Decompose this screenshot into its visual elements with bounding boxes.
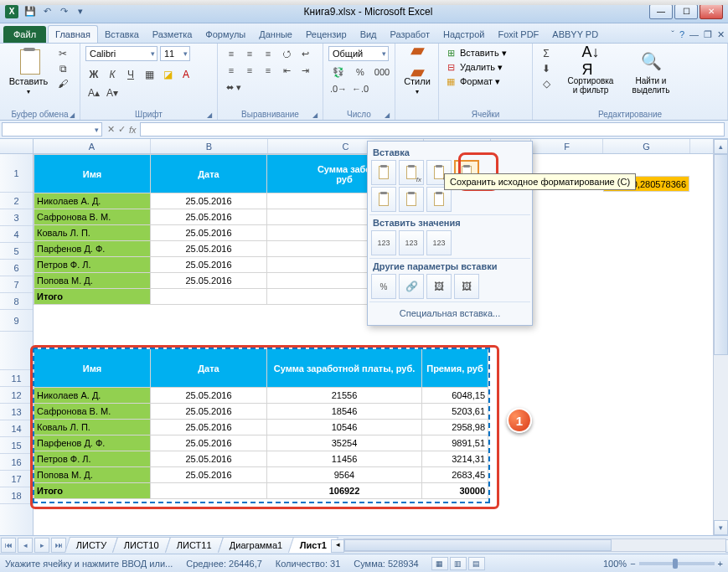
cell-date[interactable]: 25.05.2016 [151,193,267,209]
tab-foxit[interactable]: Foxit PDF [491,26,545,43]
font-color-button[interactable]: A [178,67,194,82]
row-header[interactable]: 1 [0,154,33,193]
sheet-nav-first-icon[interactable]: ⏮ [1,538,16,553]
cell-date[interactable]: 25.05.2016 [151,273,267,289]
row-header[interactable]: 6 [0,260,33,276]
paste-picture-button[interactable]: 🖼 [426,274,452,299]
select-all-corner[interactable] [0,139,34,154]
help-icon[interactable]: ? [679,29,684,40]
format-painter-icon[interactable]: 🖌 [55,76,70,90]
cell-name[interactable]: Петров Ф. Л. [34,257,151,273]
horizontal-scrollbar[interactable] [343,539,726,552]
bold-button[interactable]: Ж [85,67,102,82]
tab-file[interactable]: Файл [3,26,46,43]
cell-bonus[interactable]: 6048,15 [422,388,488,404]
cell-salary[interactable]: 11456 [267,451,422,467]
cell-name[interactable]: Коваль Л. П. [34,225,151,241]
cell-date[interactable]: 25.05.2016 [151,257,267,273]
align-left-icon[interactable]: ≡ [223,63,240,78]
cell-date[interactable]: 25.05.2016 [151,209,267,225]
paste-linked-picture-button[interactable]: 🖼 [454,274,479,299]
maximize-button[interactable]: ☐ [674,4,698,19]
normal-view-icon[interactable]: ▦ [431,557,448,570]
fill-color-button[interactable]: ◪ [159,67,176,82]
clipboard-dialog-launcher[interactable]: ◢ [70,111,75,119]
align-top-icon[interactable]: ≡ [223,46,240,61]
sheet-nav-prev-icon[interactable]: ◂ [18,538,33,553]
italic-button[interactable]: К [104,67,121,82]
qat-redo-icon[interactable]: ↷ [57,5,70,18]
cancel-formula-icon[interactable]: ✕ [107,124,115,135]
paste-no-borders-button[interactable] [371,187,396,212]
row-header[interactable]: 16 [0,454,33,471]
col-header-b[interactable]: B [151,139,268,153]
merge-cells-icon[interactable]: ⬌ ▾ [223,80,245,95]
percent-icon[interactable]: % [350,64,370,80]
alignment-dialog-launcher[interactable]: ◢ [312,111,318,119]
cell-name[interactable]: Сафронова В. М. [34,209,151,225]
clear-icon[interactable]: ◇ [538,76,555,90]
cell[interactable] [151,483,267,499]
row-header[interactable]: 7 [0,276,33,293]
row-header[interactable]: 9 [0,310,33,332]
cell-date[interactable]: 25.05.2016 [151,435,267,451]
currency-icon[interactable]: 💱 [328,64,349,80]
header-date[interactable]: Дата [151,349,267,388]
increase-indent-icon[interactable]: ⇥ [297,63,313,78]
format-cells-button[interactable]: ▦Формат ▾ [444,75,507,88]
cell-name[interactable]: Парфенов Д. Ф. [34,241,151,257]
col-header-a[interactable]: A [34,139,151,153]
decrease-indent-icon[interactable]: ⇤ [278,63,295,78]
cell-date[interactable]: 25.05.2016 [151,467,267,483]
name-box[interactable] [2,122,102,137]
sheet-nav-next-icon[interactable]: ▸ [34,538,49,553]
sheet-tab[interactable]: ЛИСТУ [65,537,119,553]
row-header[interactable]: 14 [0,420,33,437]
row-header[interactable]: 3 [0,209,33,226]
tab-review[interactable]: Рецензир [299,26,354,43]
grow-font-icon[interactable]: A▴ [85,85,102,100]
row-header[interactable]: 13 [0,404,33,420]
fx-icon[interactable]: fx [129,125,137,135]
page-break-view-icon[interactable]: ▤ [468,557,485,570]
row-header[interactable] [0,332,33,370]
minimize-ribbon-icon[interactable]: ˇ [671,29,674,40]
tab-formulas[interactable]: Формулы [199,26,252,43]
tab-data[interactable]: Данные [252,26,299,43]
orientation-icon[interactable]: ⭯ [278,46,295,61]
page-layout-view-icon[interactable]: ▥ [450,557,467,570]
autosum-icon[interactable]: Σ [538,46,555,60]
row-header[interactable]: 15 [0,437,33,454]
header-salary[interactable]: Сумма заработной платы, руб. [267,349,422,388]
cell-date[interactable]: 25.05.2016 [151,420,267,435]
cell-total-salary[interactable]: 106922 [267,483,422,499]
scroll-down-button[interactable]: ▾ [714,520,728,535]
cell-name[interactable]: Сафронова В. М. [34,404,151,420]
cell-name[interactable]: Петров Ф. Л. [34,451,151,467]
scroll-thumb[interactable] [714,154,728,355]
doc-restore-icon[interactable]: ❐ [704,29,712,40]
styles-button[interactable]: ▰▰ Стили ▾ [400,46,434,97]
close-button[interactable]: ✕ [700,4,723,19]
row-header[interactable]: 18 [0,487,33,504]
cell-date[interactable]: 25.05.2016 [151,388,267,404]
qat-save-icon[interactable]: 💾 [23,5,37,18]
tab-view[interactable]: Вид [354,26,384,43]
zoom-in-button[interactable]: + [718,559,723,569]
row-header[interactable]: 11 [0,370,33,387]
cell-bonus[interactable]: 9891,51 [422,435,488,451]
cell-salary[interactable]: 9564 [267,467,422,483]
cell-salary[interactable]: 35254 [267,435,422,451]
paste-formulas-button[interactable]: fx [399,160,424,185]
cell[interactable] [151,289,267,305]
paste-all-button[interactable] [371,160,396,185]
decrease-decimal-icon[interactable]: ←.0 [350,81,370,96]
row-header[interactable]: 5 [0,243,33,260]
header-name[interactable]: Имя [34,349,151,388]
align-bottom-icon[interactable]: ≡ [260,46,276,61]
header-date[interactable]: Дата [151,155,267,193]
doc-close-icon[interactable]: ✕ [717,29,725,40]
qat-undo-icon[interactable]: ↶ [40,5,54,18]
cell-bonus[interactable]: 5203,61 [422,404,488,420]
number-dialog-launcher[interactable]: ◢ [385,111,390,119]
